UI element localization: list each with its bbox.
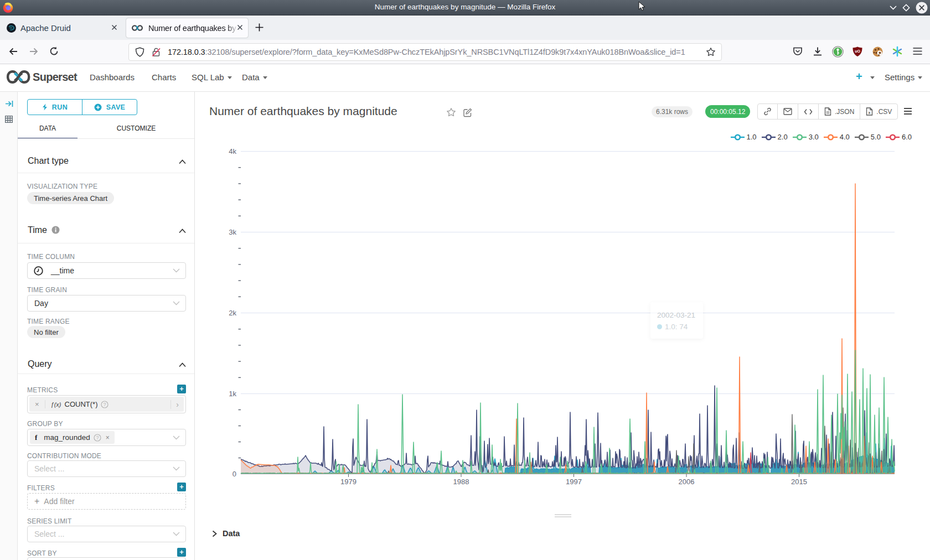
svg-text:1997: 1997 [566, 478, 582, 486]
svg-text:0: 0 [232, 470, 236, 478]
svg-text:2k: 2k [229, 309, 236, 317]
svg-text:2015: 2015 [791, 478, 807, 486]
svg-text:1979: 1979 [340, 478, 356, 486]
svg-text:?: ? [104, 402, 106, 407]
svg-text:uO: uO [855, 49, 860, 53]
svg-text:3k: 3k [229, 228, 236, 236]
svg-text:1k: 1k [229, 390, 236, 398]
svg-text:?: ? [96, 435, 99, 440]
svg-text:2006: 2006 [679, 478, 695, 486]
svg-text:1988: 1988 [453, 478, 469, 486]
svg-text:4k: 4k [229, 147, 236, 155]
